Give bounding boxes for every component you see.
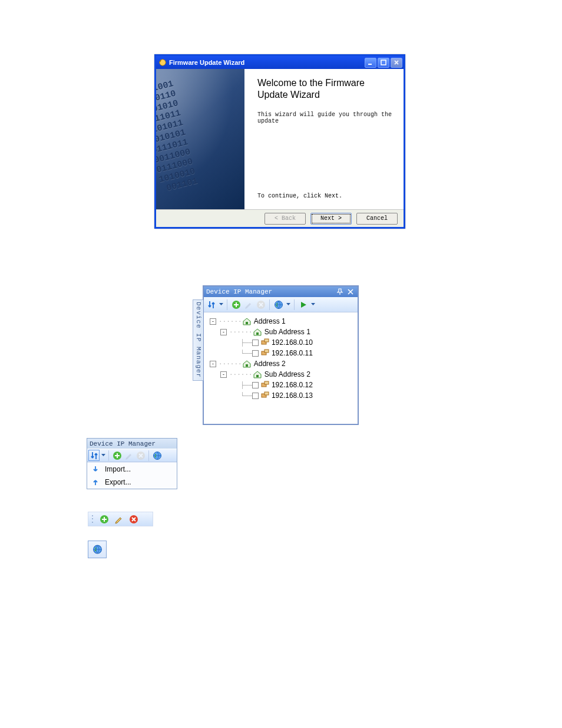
import-export-menu: Import... Export... xyxy=(87,462,177,489)
tree-label: 192.168.0.11 xyxy=(272,349,313,357)
export-arrow-icon xyxy=(90,478,101,486)
tree-label: Address 2 xyxy=(254,360,286,368)
chevron-down-icon[interactable] xyxy=(286,299,290,309)
toolbar-grip[interactable] xyxy=(92,515,94,524)
chevron-down-icon[interactable] xyxy=(219,299,223,309)
delete-icon[interactable] xyxy=(128,514,138,524)
add-icon[interactable] xyxy=(231,299,241,309)
tree-node-ip4[interactable]: └── 192.168.0.13 xyxy=(206,390,355,401)
tree-label: 192.168.0.10 xyxy=(272,338,313,347)
back-button: < Back xyxy=(265,213,306,225)
wizard-footer: < Back Next > Cancel xyxy=(156,209,404,227)
chevron-down-icon[interactable] xyxy=(101,450,105,460)
window-close-button[interactable] xyxy=(391,58,402,68)
house-icon xyxy=(253,328,262,336)
collapse-icon[interactable]: - xyxy=(210,361,216,367)
house-icon xyxy=(242,360,252,368)
add-icon[interactable] xyxy=(99,514,109,524)
menu-label: Import... xyxy=(101,465,131,473)
wizard-heading-line2: Update Wizard xyxy=(257,89,393,101)
svg-rect-15 xyxy=(265,381,269,384)
device-icon xyxy=(261,349,269,357)
wizard-content: Welcome to the Firmware Update Wizard Th… xyxy=(244,69,404,209)
chevron-down-icon[interactable] xyxy=(310,299,315,309)
collapse-icon[interactable]: - xyxy=(220,371,227,378)
menu-item-export[interactable]: Export... xyxy=(87,476,177,489)
pin-icon[interactable] xyxy=(335,288,345,296)
wizard-artwork: 011001 0110110 01101010 00111011 1001010… xyxy=(156,69,244,209)
checkbox[interactable] xyxy=(252,350,259,357)
menu-item-import[interactable]: Import... xyxy=(87,463,177,476)
add-icon[interactable] xyxy=(112,450,122,460)
svg-rect-13 xyxy=(256,375,259,377)
tree-node-address2[interactable]: - ······ Address 2 xyxy=(206,358,355,369)
checkbox[interactable] xyxy=(252,340,259,346)
svg-rect-2 xyxy=(381,60,386,65)
tree-label: 192.168.0.13 xyxy=(272,391,313,400)
device-ip-manager-mini: Device IP Manager Import... xyxy=(87,438,177,489)
tree-node-sub2[interactable]: - ······ Sub Address 2 xyxy=(206,369,355,380)
checkbox[interactable] xyxy=(252,382,259,388)
wizard-body: 011001 0110110 01101010 00111011 1001010… xyxy=(156,69,404,209)
cancel-button[interactable]: Cancel xyxy=(356,213,398,225)
globe-button[interactable] xyxy=(88,541,107,558)
edit-icon xyxy=(243,299,253,309)
dipm-toolbar xyxy=(204,297,358,312)
globe-icon[interactable] xyxy=(273,299,283,309)
globe-icon xyxy=(92,545,103,555)
play-icon[interactable] xyxy=(298,299,308,309)
delete-icon xyxy=(135,450,146,460)
maximize-button[interactable] xyxy=(378,58,389,68)
wizard-title: Firmware Update Wizard xyxy=(169,59,244,66)
svg-rect-6 xyxy=(246,322,248,324)
firmware-wizard-window: Firmware Update Wizard 011001 0110110 01… xyxy=(154,54,405,229)
up-down-arrows-icon[interactable] xyxy=(206,299,216,309)
mini-title[interactable]: Device IP Manager xyxy=(87,439,177,449)
next-button[interactable]: Next > xyxy=(310,213,352,225)
tree-label: Sub Address 2 xyxy=(265,370,310,378)
dipm-title-text: Device IP Manager xyxy=(206,288,272,295)
wizard-titlebar[interactable]: Firmware Update Wizard xyxy=(156,56,404,69)
wizard-continue-hint: To continue, click Next. xyxy=(257,193,393,199)
collapse-icon[interactable]: - xyxy=(210,318,216,325)
menu-label: Export... xyxy=(101,478,131,486)
wizard-description: This wizard will guide you through the u… xyxy=(257,111,393,124)
tree-node-ip2[interactable]: └── 192.168.0.11 xyxy=(206,348,355,358)
dipm-titlebar[interactable]: Device IP Manager xyxy=(204,286,358,297)
mini-toolbar xyxy=(87,449,177,462)
tree-node-ip3[interactable]: ├── 192.168.0.12 xyxy=(206,380,355,390)
edit-icon[interactable] xyxy=(114,514,124,524)
device-icon xyxy=(261,381,269,389)
close-icon[interactable] xyxy=(346,288,355,296)
tree-node-sub1[interactable]: - ······ Sub Address 1 xyxy=(206,327,355,337)
house-icon xyxy=(242,317,252,325)
up-down-arrows-icon[interactable] xyxy=(89,450,99,460)
globe-icon[interactable] xyxy=(152,450,162,460)
svg-rect-11 xyxy=(265,350,269,353)
edit-icon xyxy=(124,450,134,460)
minimize-button[interactable] xyxy=(365,58,376,68)
svg-rect-7 xyxy=(256,332,259,335)
firmware-icon xyxy=(158,58,167,67)
svg-rect-9 xyxy=(265,339,269,342)
tree-node-ip1[interactable]: ├── 192.168.0.10 xyxy=(206,337,355,348)
wizard-heading: Welcome to the Firmware Update Wizard xyxy=(257,77,393,101)
device-ip-manager-panel: Device IP Manager Device IP Manager xyxy=(203,285,359,425)
svg-rect-1 xyxy=(368,64,372,65)
house-icon xyxy=(253,370,262,378)
svg-rect-17 xyxy=(265,392,269,395)
tree-label: 192.168.0.12 xyxy=(272,381,313,389)
checkbox[interactable] xyxy=(252,393,259,399)
tree-node-address1[interactable]: - ······ Address 1 xyxy=(206,316,355,327)
tree-label: Address 1 xyxy=(254,317,286,325)
tree-label: Sub Address 1 xyxy=(265,328,310,336)
address-tree: - ······ Address 1 - ······ Sub Address … xyxy=(204,312,358,404)
import-arrow-icon xyxy=(90,465,101,473)
toolbar-strip xyxy=(88,512,153,526)
wizard-heading-line1: Welcome to the Firmware xyxy=(257,77,393,89)
collapse-icon[interactable]: - xyxy=(220,329,227,335)
device-ip-manager-dock-tab[interactable]: Device IP Manager xyxy=(193,299,203,381)
svg-rect-12 xyxy=(246,364,248,367)
device-icon xyxy=(261,391,269,400)
device-icon xyxy=(261,338,269,347)
